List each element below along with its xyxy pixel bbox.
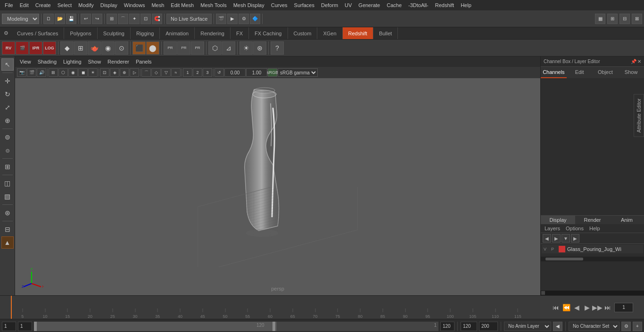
anim-end-input[interactable] — [479, 322, 498, 331]
layout-btn-4[interactable]: ⊠ — [632, 14, 642, 24]
custom-tool[interactable]: ⊟ — [1, 223, 14, 235]
pb-step-back[interactable]: ⏪ — [561, 303, 571, 312]
tab-rigging[interactable]: Rigging — [131, 27, 160, 39]
vp-nurbs-btn[interactable]: ⌒ — [141, 68, 151, 77]
menu-3dtall[interactable]: -3DtoAll- — [405, 1, 431, 9]
vp-deform-btn[interactable]: ≈ — [171, 68, 181, 77]
tab-custom[interactable]: Custom — [288, 27, 318, 39]
vp-res-med-btn[interactable]: 2 — [193, 68, 202, 77]
vp-panels-menu[interactable]: Panels — [133, 58, 155, 65]
vp-xray-joints-btn[interactable]: ⊕ — [120, 68, 129, 77]
menu-surfaces[interactable]: Surfaces — [291, 1, 317, 9]
vp-show-menu[interactable]: Show — [85, 58, 104, 65]
layer-arrow-down[interactable]: ▼ — [561, 234, 570, 243]
layer-arrow-right2[interactable]: ▶ — [571, 234, 579, 243]
menu-curves[interactable]: Curves — [268, 1, 290, 9]
rs-light1[interactable]: ☀ — [239, 41, 253, 55]
rs-tool3[interactable]: PR — [191, 41, 204, 55]
vp-shading-menu[interactable]: Shading — [35, 58, 59, 65]
move-tool[interactable]: ✛ — [1, 75, 14, 87]
snap-align-tool[interactable]: ⊞ — [1, 161, 14, 173]
menu-edit-mesh[interactable]: Edit Mesh — [168, 1, 197, 9]
rs-light2[interactable]: ⊛ — [253, 41, 266, 55]
panel-pin-btn[interactable]: 📌 — [631, 59, 636, 64]
vp-x-input[interactable] — [224, 68, 246, 77]
new-file-button[interactable]: 🗋 — [43, 14, 54, 24]
menu-mesh-display[interactable]: Mesh Display — [231, 1, 267, 9]
vp-film-btn[interactable]: 🎬 — [27, 68, 36, 77]
layout-btn-1[interactable]: ▦ — [595, 14, 605, 24]
menu-mesh[interactable]: Mesh — [149, 1, 167, 9]
anim-layer-select[interactable]: No Anim Layer — [504, 322, 551, 331]
display-tool[interactable]: ◫ — [1, 177, 14, 189]
range-handle-right[interactable] — [272, 322, 275, 331]
vp-refresh-btn[interactable]: ↺ — [215, 68, 224, 77]
rs-sphere2-button[interactable]: ◉ — [101, 41, 115, 55]
vp-audio-btn[interactable]: 🔊 — [37, 68, 46, 77]
rs-sphere-button[interactable]: ◆ — [60, 41, 74, 55]
cb-tab-show[interactable]: Show — [618, 67, 644, 78]
redshift-tool[interactable]: ▲ — [1, 236, 14, 249]
vp-color-profile-select[interactable]: sRGB gamma — [278, 68, 318, 77]
workspace-selector[interactable]: Modeling — [2, 14, 39, 24]
vp-textured-btn[interactable]: ◼ — [78, 68, 88, 77]
menu-display[interactable]: Display — [98, 1, 120, 9]
pb-next-frame[interactable]: ▶▶ — [593, 303, 602, 312]
panel-close-btn[interactable]: ✕ — [637, 59, 641, 64]
layout-btn-2[interactable]: ⊞ — [607, 14, 618, 24]
rp-scroll-bar[interactable] — [541, 291, 545, 295]
menu-edit[interactable]: Edit — [17, 1, 32, 9]
snap-point-button[interactable]: ✦ — [129, 14, 140, 24]
rs-icon2-button[interactable]: 🎬 — [16, 41, 29, 55]
render-tool[interactable]: ▧ — [1, 190, 14, 202]
range-slider[interactable]: 1 120 — [34, 322, 438, 331]
save-file-button[interactable]: 💾 — [66, 14, 76, 24]
pb-go-end[interactable]: ⏭ — [603, 303, 612, 312]
vp-shaded-btn[interactable]: ◉ — [68, 68, 78, 77]
layer-tab-display[interactable]: Display — [541, 216, 575, 224]
char-set-btn[interactable]: ⚙ — [621, 322, 631, 331]
range-handle-left[interactable] — [34, 322, 37, 331]
rs-log-button[interactable]: LOG — [43, 41, 56, 55]
menu-modify[interactable]: Modify — [75, 1, 96, 9]
character-set-select[interactable]: No Character Set — [569, 322, 619, 331]
vp-isolate-btn[interactable]: ⊡ — [100, 68, 109, 77]
vp-subdiv-btn[interactable]: ▽ — [161, 68, 171, 77]
layer-arrow-left[interactable]: ◀ — [543, 234, 551, 243]
attribute-editor-tab[interactable]: Attribute Editor — [634, 94, 644, 137]
undo-button[interactable]: ↩ — [81, 14, 91, 24]
pb-go-start[interactable]: ⏮ — [551, 303, 561, 312]
vp-lighting-menu[interactable]: Lighting — [60, 58, 84, 65]
rotate-tool[interactable]: ↻ — [1, 88, 14, 100]
layer-color-swatch[interactable] — [559, 246, 565, 252]
cb-tab-edit[interactable]: Edit — [567, 67, 593, 78]
menu-redshift[interactable]: Redshift — [432, 1, 457, 9]
menu-cache[interactable]: Cache — [384, 1, 405, 9]
rs-mesh-button[interactable]: ⬤ — [146, 41, 159, 55]
range-start-input[interactable] — [2, 322, 16, 331]
menu-create[interactable]: Create — [33, 1, 54, 9]
vp-res-high-btn[interactable]: 3 — [203, 68, 212, 77]
tab-curves-surfaces[interactable]: Curves / Surfaces — [11, 27, 64, 39]
vp-renderer-menu[interactable]: Renderer — [105, 58, 132, 65]
vp-color-profile-btn[interactable]: sRGB — [268, 68, 277, 77]
select-tool[interactable]: ↖ — [1, 58, 14, 71]
tab-animation[interactable]: Animation — [160, 27, 195, 39]
menu-deform[interactable]: Deform — [318, 1, 341, 9]
magnet-button[interactable]: 🧲 — [152, 14, 162, 24]
viewport-3d[interactable]: View Shading Lighting Show Renderer Pane… — [15, 57, 540, 295]
tab-bullet[interactable]: Bullet — [373, 27, 398, 39]
tab-fx-caching[interactable]: FX Caching — [249, 27, 288, 39]
cb-tab-object[interactable]: Object — [593, 67, 619, 78]
redo-button[interactable]: ↪ — [92, 14, 102, 24]
rs-help[interactable]: ? — [271, 41, 284, 55]
layer-tab-render[interactable]: Render — [575, 216, 610, 224]
tab-sculpting[interactable]: Sculpting — [98, 27, 131, 39]
vp-lighting-btn[interactable]: ☀ — [88, 68, 98, 77]
menu-help[interactable]: Help — [458, 1, 474, 9]
snap-view-button[interactable]: ⊡ — [140, 14, 151, 24]
no-live-surface-button[interactable]: No Live Surface — [166, 14, 212, 24]
rs-tool2[interactable]: PR — [177, 41, 190, 55]
vp-cam-btn[interactable]: 📷 — [17, 68, 26, 77]
layer-hscroll-thumb[interactable] — [545, 258, 583, 260]
